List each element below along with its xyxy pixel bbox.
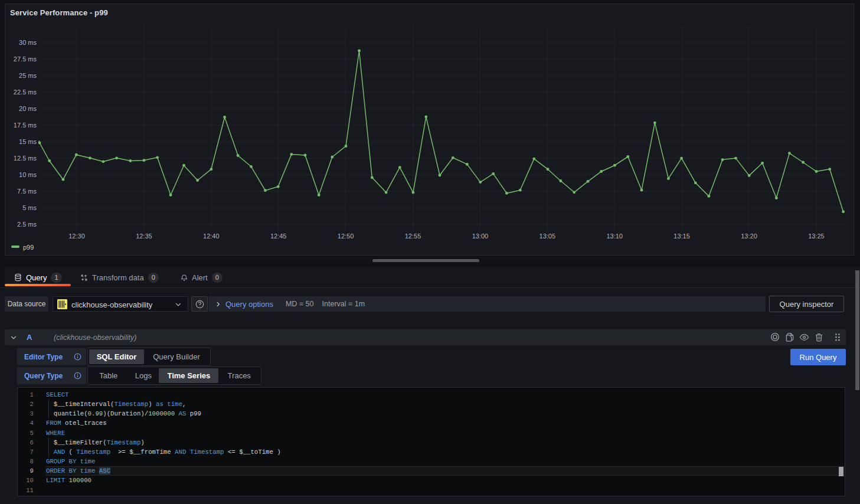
svg-text:12:45: 12:45 [270,233,287,240]
svg-text:13:25: 13:25 [808,233,825,240]
svg-text:15 ms: 15 ms [19,138,37,145]
svg-text:2.5 ms: 2.5 ms [17,221,37,228]
svg-text:27.5 ms: 27.5 ms [14,55,37,63]
svg-text:25 ms: 25 ms [19,72,37,79]
svg-text:13:05: 13:05 [539,233,556,240]
svg-text:17.5 ms: 17.5 ms [14,122,37,129]
svg-text:20 ms: 20 ms [19,105,37,112]
svg-text:5 ms: 5 ms [22,204,37,211]
svg-text:12.5 ms: 12.5 ms [14,155,37,162]
svg-text:12:55: 12:55 [405,233,421,240]
svg-text:30 ms: 30 ms [19,39,37,46]
svg-text:12:30: 12:30 [68,233,85,240]
svg-text:12:50: 12:50 [338,233,354,240]
svg-text:12:35: 12:35 [136,233,152,240]
svg-text:12:40: 12:40 [203,233,220,240]
svg-text:22.5 ms: 22.5 ms [14,89,37,96]
svg-text:10 ms: 10 ms [19,171,37,178]
svg-text:13:20: 13:20 [741,233,757,240]
svg-text:7.5 ms: 7.5 ms [17,188,37,195]
svg-text:p99: p99 [23,244,34,251]
svg-text:13:15: 13:15 [673,233,690,240]
svg-text:13:00: 13:00 [472,233,489,240]
svg-text:13:10: 13:10 [606,233,623,240]
